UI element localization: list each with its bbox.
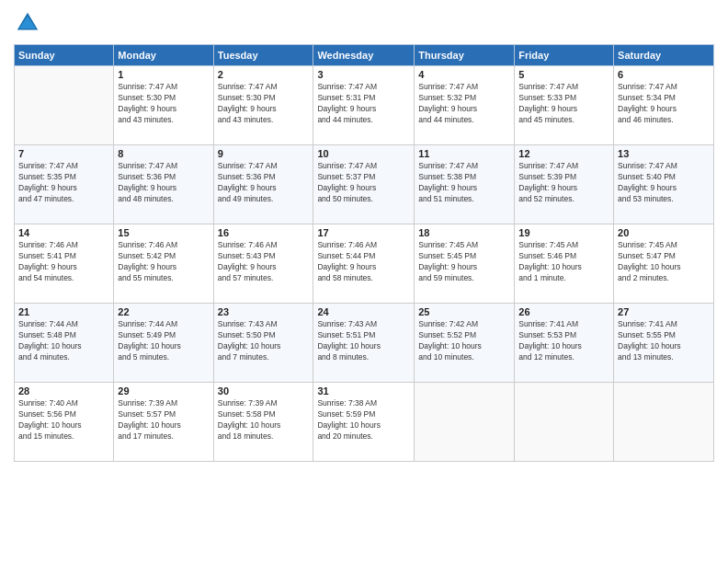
calendar-cell: 3Sunrise: 7:47 AMSunset: 5:31 PMDaylight… <box>313 66 415 145</box>
day-number: 30 <box>218 385 310 396</box>
calendar-cell: 25Sunrise: 7:42 AMSunset: 5:52 PMDayligh… <box>415 304 515 383</box>
calendar-cell: 27Sunrise: 7:41 AMSunset: 5:55 PMDayligh… <box>614 304 714 383</box>
calendar-cell: 10Sunrise: 7:47 AMSunset: 5:37 PMDayligh… <box>313 145 415 224</box>
day-info: Sunrise: 7:44 AMSunset: 5:49 PMDaylight:… <box>118 319 209 363</box>
day-number: 6 <box>618 69 710 80</box>
day-info: Sunrise: 7:47 AMSunset: 5:32 PMDaylight:… <box>418 82 510 126</box>
day-number: 29 <box>118 385 209 396</box>
day-info: Sunrise: 7:47 AMSunset: 5:36 PMDaylight:… <box>118 161 209 205</box>
day-info: Sunrise: 7:47 AMSunset: 5:30 PMDaylight:… <box>218 82 310 126</box>
calendar-header-row: SundayMondayTuesdayWednesdayThursdayFrid… <box>15 45 714 66</box>
day-number: 7 <box>18 148 109 159</box>
calendar-cell: 8Sunrise: 7:47 AMSunset: 5:36 PMDaylight… <box>114 145 213 224</box>
day-info: Sunrise: 7:47 AMSunset: 5:40 PMDaylight:… <box>618 161 710 205</box>
day-number: 18 <box>418 227 510 238</box>
calendar-cell: 18Sunrise: 7:45 AMSunset: 5:45 PMDayligh… <box>415 224 515 304</box>
week-row-4: 21Sunrise: 7:44 AMSunset: 5:48 PMDayligh… <box>15 304 714 383</box>
day-header-friday: Friday <box>515 45 614 66</box>
day-info: Sunrise: 7:46 AMSunset: 5:43 PMDaylight:… <box>218 240 310 284</box>
calendar-cell: 29Sunrise: 7:39 AMSunset: 5:57 PMDayligh… <box>114 383 213 462</box>
day-number: 26 <box>518 306 609 317</box>
day-number: 14 <box>18 227 109 238</box>
day-info: Sunrise: 7:47 AMSunset: 5:30 PMDaylight:… <box>118 82 209 126</box>
day-info: Sunrise: 7:44 AMSunset: 5:48 PMDaylight:… <box>18 319 109 363</box>
day-number: 27 <box>618 306 710 317</box>
day-info: Sunrise: 7:46 AMSunset: 5:42 PMDaylight:… <box>118 240 209 284</box>
day-info: Sunrise: 7:41 AMSunset: 5:53 PMDaylight:… <box>518 319 609 363</box>
calendar-table: SundayMondayTuesdayWednesdayThursdayFrid… <box>14 44 714 462</box>
day-info: Sunrise: 7:41 AMSunset: 5:55 PMDaylight:… <box>618 319 710 363</box>
calendar-cell: 15Sunrise: 7:46 AMSunset: 5:42 PMDayligh… <box>114 224 213 304</box>
day-info: Sunrise: 7:47 AMSunset: 5:35 PMDaylight:… <box>18 161 109 205</box>
day-number: 28 <box>18 385 109 396</box>
day-number: 3 <box>317 69 410 80</box>
day-header-saturday: Saturday <box>614 45 714 66</box>
calendar-cell: 23Sunrise: 7:43 AMSunset: 5:50 PMDayligh… <box>213 304 313 383</box>
day-info: Sunrise: 7:47 AMSunset: 5:39 PMDaylight:… <box>518 161 609 205</box>
week-row-3: 14Sunrise: 7:46 AMSunset: 5:41 PMDayligh… <box>15 224 714 304</box>
day-number: 2 <box>218 69 310 80</box>
day-number: 20 <box>618 227 710 238</box>
calendar-cell <box>515 383 614 462</box>
calendar-cell: 22Sunrise: 7:44 AMSunset: 5:49 PMDayligh… <box>114 304 213 383</box>
calendar-cell: 9Sunrise: 7:47 AMSunset: 5:36 PMDaylight… <box>213 145 313 224</box>
calendar-cell: 31Sunrise: 7:38 AMSunset: 5:59 PMDayligh… <box>313 383 415 462</box>
day-info: Sunrise: 7:43 AMSunset: 5:50 PMDaylight:… <box>218 319 310 363</box>
calendar-cell: 4Sunrise: 7:47 AMSunset: 5:32 PMDaylight… <box>415 66 515 145</box>
day-info: Sunrise: 7:46 AMSunset: 5:44 PMDaylight:… <box>317 240 410 284</box>
day-number: 13 <box>618 148 710 159</box>
calendar-cell: 14Sunrise: 7:46 AMSunset: 5:41 PMDayligh… <box>15 224 114 304</box>
calendar-cell: 20Sunrise: 7:45 AMSunset: 5:47 PMDayligh… <box>614 224 714 304</box>
day-number: 19 <box>518 227 609 238</box>
day-info: Sunrise: 7:47 AMSunset: 5:33 PMDaylight:… <box>518 82 609 126</box>
week-row-5: 28Sunrise: 7:40 AMSunset: 5:56 PMDayligh… <box>15 383 714 462</box>
day-number: 16 <box>218 227 310 238</box>
calendar-cell: 17Sunrise: 7:46 AMSunset: 5:44 PMDayligh… <box>313 224 415 304</box>
day-number: 17 <box>317 227 410 238</box>
day-info: Sunrise: 7:47 AMSunset: 5:37 PMDaylight:… <box>317 161 410 205</box>
day-number: 31 <box>317 385 410 396</box>
calendar-cell: 24Sunrise: 7:43 AMSunset: 5:51 PMDayligh… <box>313 304 415 383</box>
day-info: Sunrise: 7:47 AMSunset: 5:31 PMDaylight:… <box>317 82 410 126</box>
calendar-cell: 11Sunrise: 7:47 AMSunset: 5:38 PMDayligh… <box>415 145 515 224</box>
calendar-cell: 19Sunrise: 7:45 AMSunset: 5:46 PMDayligh… <box>515 224 614 304</box>
day-info: Sunrise: 7:39 AMSunset: 5:57 PMDaylight:… <box>118 398 209 442</box>
day-header-sunday: Sunday <box>15 45 114 66</box>
day-info: Sunrise: 7:45 AMSunset: 5:47 PMDaylight:… <box>618 240 710 284</box>
day-info: Sunrise: 7:39 AMSunset: 5:58 PMDaylight:… <box>218 398 310 442</box>
day-info: Sunrise: 7:45 AMSunset: 5:46 PMDaylight:… <box>518 240 609 284</box>
calendar-cell: 6Sunrise: 7:47 AMSunset: 5:34 PMDaylight… <box>614 66 714 145</box>
day-number: 25 <box>418 306 510 317</box>
day-number: 23 <box>218 306 310 317</box>
calendar-cell: 12Sunrise: 7:47 AMSunset: 5:39 PMDayligh… <box>515 145 614 224</box>
day-header-tuesday: Tuesday <box>213 45 313 66</box>
day-number: 1 <box>118 69 209 80</box>
calendar-cell: 30Sunrise: 7:39 AMSunset: 5:58 PMDayligh… <box>213 383 313 462</box>
day-info: Sunrise: 7:43 AMSunset: 5:51 PMDaylight:… <box>317 319 410 363</box>
day-number: 8 <box>118 148 209 159</box>
day-info: Sunrise: 7:47 AMSunset: 5:36 PMDaylight:… <box>218 161 310 205</box>
day-number: 11 <box>418 148 510 159</box>
day-number: 9 <box>218 148 310 159</box>
day-number: 12 <box>518 148 609 159</box>
calendar-cell: 28Sunrise: 7:40 AMSunset: 5:56 PMDayligh… <box>15 383 114 462</box>
calendar-cell: 2Sunrise: 7:47 AMSunset: 5:30 PMDaylight… <box>213 66 313 145</box>
day-header-wednesday: Wednesday <box>313 45 415 66</box>
calendar-cell: 13Sunrise: 7:47 AMSunset: 5:40 PMDayligh… <box>614 145 714 224</box>
day-number: 24 <box>317 306 410 317</box>
day-info: Sunrise: 7:38 AMSunset: 5:59 PMDaylight:… <box>317 398 410 442</box>
day-number: 15 <box>118 227 209 238</box>
header <box>14 9 714 37</box>
calendar-cell: 26Sunrise: 7:41 AMSunset: 5:53 PMDayligh… <box>515 304 614 383</box>
calendar-cell: 1Sunrise: 7:47 AMSunset: 5:30 PMDaylight… <box>114 66 213 145</box>
day-header-thursday: Thursday <box>415 45 515 66</box>
calendar-cell: 16Sunrise: 7:46 AMSunset: 5:43 PMDayligh… <box>213 224 313 304</box>
calendar-cell <box>15 66 114 145</box>
day-number: 21 <box>18 306 109 317</box>
logo <box>14 9 45 37</box>
day-info: Sunrise: 7:47 AMSunset: 5:34 PMDaylight:… <box>618 82 710 126</box>
day-info: Sunrise: 7:40 AMSunset: 5:56 PMDaylight:… <box>18 398 109 442</box>
calendar-cell: 7Sunrise: 7:47 AMSunset: 5:35 PMDaylight… <box>15 145 114 224</box>
page: SundayMondayTuesdayWednesdayThursdayFrid… <box>0 0 728 563</box>
day-info: Sunrise: 7:45 AMSunset: 5:45 PMDaylight:… <box>418 240 510 284</box>
